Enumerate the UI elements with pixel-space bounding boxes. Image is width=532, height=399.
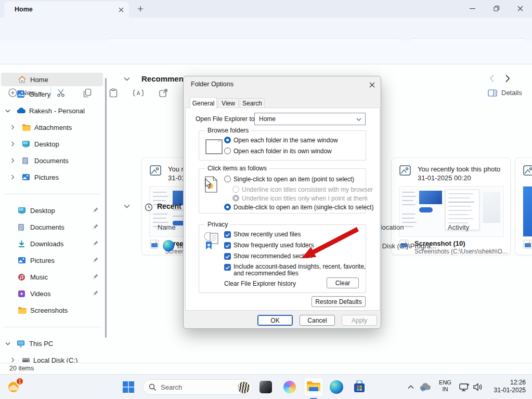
navigation-bar: Home bbox=[0, 18, 532, 41]
sidebar-item-attachments[interactable]: Attachments bbox=[0, 121, 104, 134]
document-icon bbox=[22, 157, 29, 165]
browse-folders-group: Browse folders Open each folder in the s… bbox=[199, 130, 366, 161]
store-icon[interactable] bbox=[352, 379, 367, 395]
time: 12:26 bbox=[510, 379, 526, 386]
sidebar-item-home[interactable]: Home bbox=[1, 73, 103, 86]
sidebar-item-documents-od[interactable]: Documents bbox=[0, 154, 104, 167]
sidebar-divider bbox=[4, 194, 101, 194]
tab-close-icon[interactable] bbox=[116, 5, 126, 15]
maximize-icon[interactable] bbox=[484, 0, 508, 17]
sidebar-item-pictures-pinned[interactable]: Pictures bbox=[0, 254, 104, 267]
radio-own-window[interactable] bbox=[224, 148, 231, 154]
photo-icon bbox=[523, 164, 532, 177]
sidebar-item-desktop-od[interactable]: Desktop bbox=[0, 137, 104, 151]
status-bar: 20 items bbox=[0, 363, 532, 374]
sidebar-scrollbar[interactable] bbox=[105, 78, 107, 338]
pictures-icon bbox=[22, 174, 30, 181]
onedrive-cloud-icon bbox=[17, 108, 26, 114]
column-activity[interactable]: Activity bbox=[448, 223, 469, 231]
sidebar-item-downloads[interactable]: Downloads bbox=[0, 237, 104, 250]
sidebar-item-documents-pinned[interactable]: Documents bbox=[0, 220, 104, 234]
widgets-weather-icon[interactable]: 1 bbox=[6, 379, 22, 395]
folder-icon bbox=[18, 307, 27, 314]
column-name[interactable]: Name bbox=[158, 223, 176, 231]
command-bar: New A Sort View Filter Details bbox=[0, 41, 532, 64]
ok-button[interactable]: OK bbox=[257, 315, 293, 326]
desktop-icon bbox=[22, 140, 30, 148]
file-explorer-active-highlight[interactable] bbox=[304, 377, 323, 397]
restore-defaults-button[interactable]: Restore Defaults bbox=[312, 296, 366, 307]
chevron-down-icon[interactable] bbox=[5, 342, 10, 345]
taskbar-search[interactable] bbox=[142, 379, 253, 395]
chevron-down-icon bbox=[356, 118, 361, 121]
sidebar-item-gallery[interactable]: Gallery bbox=[0, 87, 104, 101]
chevron-right-icon[interactable] bbox=[11, 175, 15, 180]
clear-history-label: Clear File Explorer history bbox=[224, 280, 296, 287]
chevron-right-icon[interactable] bbox=[11, 125, 15, 130]
search-highlight-image[interactable] bbox=[238, 381, 250, 394]
carousel-prev-icon[interactable] bbox=[489, 74, 495, 83]
radio-single-click[interactable] bbox=[224, 176, 231, 182]
copilot-icon[interactable] bbox=[282, 379, 297, 395]
cancel-button[interactable]: Cancel bbox=[300, 315, 335, 326]
sidebar-item-music[interactable]: Music bbox=[0, 270, 104, 284]
checkbox-account-insights[interactable] bbox=[224, 264, 231, 271]
dialog-close-icon[interactable] bbox=[367, 80, 377, 89]
open-to-label: Open File Explorer to: bbox=[196, 115, 256, 123]
click-items-icon bbox=[204, 176, 218, 194]
music-icon bbox=[18, 273, 25, 281]
file-explorer-icon bbox=[306, 380, 321, 393]
radio-underline-browser[interactable] bbox=[232, 186, 239, 193]
explorer-tab[interactable]: Home bbox=[4, 2, 129, 18]
sidebar-item-this-pc[interactable]: This PC bbox=[0, 337, 104, 350]
sidebar-item-videos[interactable]: Videos bbox=[0, 287, 104, 300]
apply-button[interactable]: Apply bbox=[342, 315, 377, 326]
clock[interactable]: 12:2631-01-2025 bbox=[486, 379, 526, 394]
language-indicator[interactable]: ENGIN bbox=[437, 379, 453, 393]
clear-button[interactable]: Clear bbox=[327, 277, 359, 288]
taskbar-search-input[interactable] bbox=[161, 382, 223, 392]
pin-icon bbox=[93, 207, 99, 213]
chevron-down-icon[interactable] bbox=[5, 109, 10, 113]
privacy-group: Privacy Show recently used files Show fr… bbox=[199, 224, 366, 293]
new-tab-icon[interactable] bbox=[135, 4, 146, 14]
collapse-recommended-icon[interactable] bbox=[124, 77, 130, 81]
open-to-dropdown[interactable]: Home bbox=[254, 113, 366, 125]
notification-badge: 1 bbox=[16, 377, 24, 385]
tab-search[interactable]: Search bbox=[240, 98, 265, 108]
checkbox-frequently-used[interactable] bbox=[224, 242, 231, 249]
sidebar-item-desktop-pinned[interactable]: Desktop bbox=[0, 204, 104, 217]
start-button-icon[interactable] bbox=[121, 379, 136, 395]
chevron-right-icon[interactable] bbox=[11, 141, 15, 147]
photo-icon bbox=[149, 164, 162, 177]
radio-underline-point[interactable] bbox=[232, 195, 239, 202]
tray-chevron-up-icon[interactable] bbox=[403, 379, 419, 395]
carousel-next-icon[interactable] bbox=[505, 74, 510, 83]
document-icon bbox=[18, 223, 24, 231]
edge-icon[interactable] bbox=[329, 379, 344, 395]
volume-icon[interactable] bbox=[470, 379, 486, 395]
general-tab-page: Open File Explorer to: Home Browse folde… bbox=[185, 108, 380, 311]
sidebar-item-screenshots[interactable]: Screenshots bbox=[0, 303, 104, 317]
collapse-recent-icon[interactable] bbox=[124, 204, 130, 208]
chevron-right-icon[interactable] bbox=[11, 158, 15, 163]
tab-general[interactable]: General bbox=[190, 97, 217, 109]
tab-view[interactable]: View bbox=[218, 98, 239, 108]
chevron-right-icon[interactable] bbox=[11, 357, 15, 363]
minimize-icon[interactable] bbox=[460, 0, 484, 17]
radio-same-window[interactable] bbox=[224, 137, 231, 143]
sidebar-item-pictures-od[interactable]: Pictures bbox=[0, 170, 104, 184]
gallery-icon bbox=[17, 90, 25, 98]
radio-double-click[interactable] bbox=[224, 204, 231, 210]
sidebar-item-onedrive[interactable]: Rakesh - Personal bbox=[0, 104, 104, 117]
taskbar: 1 i ENGIN bbox=[0, 374, 532, 399]
close-icon[interactable] bbox=[508, 0, 532, 17]
browse-folders-icon bbox=[205, 138, 224, 155]
checkbox-show-recommended[interactable] bbox=[224, 253, 231, 260]
downloads-icon bbox=[18, 240, 25, 248]
checkbox-recently-used[interactable] bbox=[224, 231, 231, 238]
sidebar: Home Gallery Rakesh - Personal Attachmen… bbox=[0, 64, 108, 364]
onedrive-tray-icon[interactable]: i bbox=[418, 379, 433, 395]
click-items-group: Click items as follows Single-click to o… bbox=[199, 168, 366, 214]
app-icon-dark[interactable] bbox=[258, 379, 274, 395]
